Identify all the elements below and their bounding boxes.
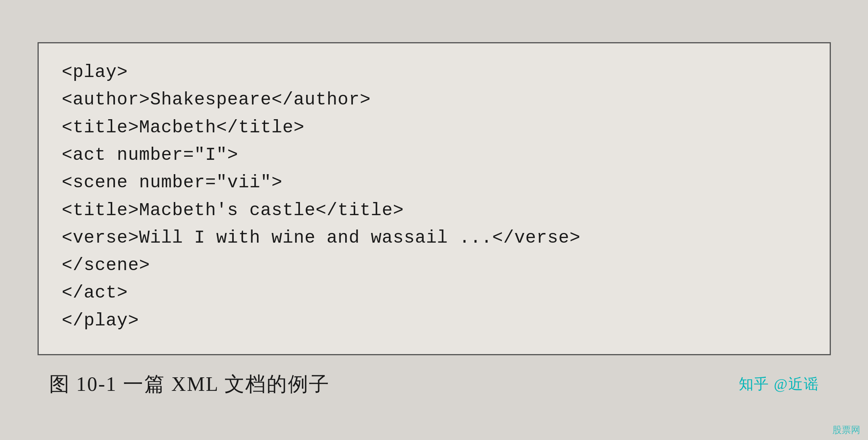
code-box: <play> <author>Shakespeare</author> <tit… [38, 42, 831, 355]
bottom-watermark: 股票网 [832, 424, 860, 436]
watermark-label: 知乎 @近谣 [739, 374, 819, 394]
page-container: <play> <author>Shakespeare</author> <tit… [28, 42, 841, 398]
caption-area: 图 10-1 一篇 XML 文档的例子 知乎 @近谣 [38, 367, 831, 398]
figure-caption: 图 10-1 一篇 XML 文档的例子 [49, 371, 330, 398]
code-content: <play> <author>Shakespeare</author> <tit… [62, 59, 806, 335]
